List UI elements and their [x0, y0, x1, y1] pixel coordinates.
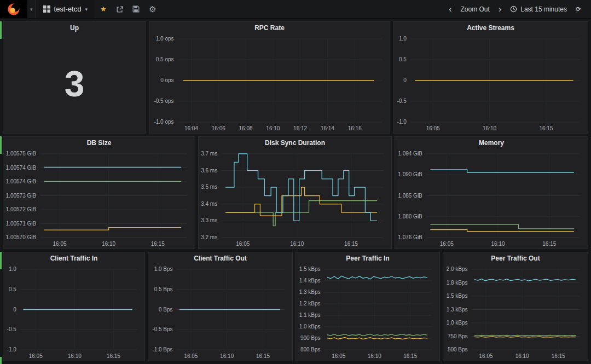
time-controls: ‹ Zoom Out › Last 15 minutes ⟳ [444, 0, 591, 18]
svg-text:3.7 ms: 3.7 ms [201, 151, 217, 157]
panel-title[interactable]: Disk Sync Duration [199, 137, 391, 149]
svg-text:2.0 kBps: 2.0 kBps [447, 266, 468, 272]
panel-title[interactable]: DB Size [3, 137, 195, 149]
svg-text:0: 0 [13, 307, 16, 313]
svg-text:16:10: 16:10 [220, 353, 234, 359]
svg-text:16:15: 16:15 [256, 353, 270, 359]
time-forward-button[interactable]: › [494, 0, 506, 18]
db-size-graph[interactable]: 1.00575 GiB1.00574 GiB1.00574 GiB1.00573… [3, 149, 195, 249]
svg-text:3.4 ms: 3.4 ms [201, 201, 217, 207]
svg-text:16:15: 16:15 [344, 241, 358, 247]
svg-text:1.0: 1.0 [9, 266, 16, 272]
row-handle[interactable] [0, 21, 2, 39]
svg-text:1.080 GiB: 1.080 GiB [398, 213, 422, 219]
panel-title[interactable]: Up [3, 22, 146, 34]
svg-text:0.5: 0.5 [9, 286, 16, 292]
svg-text:16:12: 16:12 [293, 125, 307, 131]
panel-title[interactable]: Memory [395, 137, 588, 149]
zoom-out-label: Zoom Out [461, 5, 490, 13]
svg-text:1.00570 GiB: 1.00570 GiB [6, 234, 37, 240]
svg-text:1.085 GiB: 1.085 GiB [398, 193, 422, 199]
svg-text:16:10: 16:10 [266, 125, 280, 131]
panel-title[interactable]: Client Traffic In [3, 252, 144, 265]
dashboard-row-1: Up 3 RPC Rate 1.0 ops0.5 ops0 ops-0.5 op… [3, 21, 588, 134]
zoom-out-button[interactable]: Zoom Out [456, 0, 494, 18]
svg-text:500 Bps: 500 Bps [448, 346, 468, 353]
svg-text:16:15: 16:15 [151, 241, 165, 247]
row-handle[interactable] [0, 136, 2, 154]
svg-text:3.3 ms: 3.3 ms [201, 217, 217, 223]
svg-text:1.3 kBps: 1.3 kBps [299, 289, 321, 295]
grafana-logo[interactable] [0, 0, 27, 18]
svg-text:1.076 GiB: 1.076 GiB [398, 234, 422, 240]
time-back-button[interactable]: ‹ [444, 0, 456, 18]
share-button[interactable] [112, 0, 128, 18]
peer-traffic-out-graph[interactable]: 2.0 kBps1.8 kBps1.5 kBps1.3 kBps1.0 kBps… [443, 265, 588, 361]
svg-text:1.5 kBps: 1.5 kBps [299, 266, 321, 272]
panel-rpc-rate: RPC Rate 1.0 ops0.5 ops0 ops-0.5 ops-1.0… [149, 21, 390, 134]
dashboard-row-2: DB Size 1.00575 GiB1.00574 GiB1.00574 Gi… [3, 136, 588, 249]
svg-text:1.2 kBps: 1.2 kBps [299, 301, 321, 307]
svg-text:750 Bps: 750 Bps [448, 333, 468, 339]
svg-text:1.0 kBps: 1.0 kBps [299, 323, 321, 330]
svg-text:16:05: 16:05 [29, 353, 43, 359]
client-traffic-in-graph[interactable]: 1.00.50-0.5-1.016:0516:1016:15 [3, 265, 144, 361]
panel-title[interactable]: RPC Rate [149, 22, 390, 34]
svg-text:1.0 ops: 1.0 ops [156, 36, 174, 42]
settings-button[interactable]: ⚙ [144, 0, 161, 18]
panel-disk-sync-duration: Disk Sync Duration 3.7 ms3.6 ms3.5 ms3.4… [198, 136, 392, 249]
active-streams-graph[interactable]: 1.00.50-0.5-1.016:0516:1016:15 [393, 34, 588, 133]
svg-text:16:15: 16:15 [403, 353, 417, 359]
save-button[interactable] [128, 0, 144, 18]
main-menu-caret-icon[interactable]: ▾ [27, 0, 36, 18]
grafana-flame-icon [7, 2, 21, 16]
memory-graph[interactable]: 1.094 GiB1.090 GiB1.085 GiB1.080 GiB1.07… [395, 149, 588, 249]
svg-text:3.2 ms: 3.2 ms [201, 234, 217, 240]
svg-text:1.00571 GiB: 1.00571 GiB [6, 221, 37, 227]
star-icon: ★ [100, 5, 107, 13]
panel-memory: Memory 1.094 GiB1.090 GiB1.085 GiB1.080 … [395, 136, 588, 249]
svg-text:16:10: 16:10 [483, 125, 496, 131]
client-traffic-out-graph[interactable]: 1.0 Bps0.5 Bps0 Bps-0.5 Bps-1.0 Bps16:05… [148, 265, 292, 361]
svg-text:16:10: 16:10 [290, 241, 304, 247]
disk-sync-duration-graph[interactable]: 3.7 ms3.6 ms3.5 ms3.4 ms3.3 ms3.2 ms16:0… [199, 149, 391, 249]
peer-traffic-in-graph[interactable]: 1.5 kBps1.4 kBps1.3 kBps1.2 kBps1.1 kBps… [296, 265, 439, 361]
add-row-handle[interactable] [0, 357, 2, 364]
star-button[interactable]: ★ [95, 0, 112, 18]
panel-active-streams: Active Streams 1.00.50-0.5-1.016:0516:10… [393, 21, 588, 134]
svg-text:1.0 Bps: 1.0 Bps [154, 266, 173, 272]
refresh-button[interactable]: ⟳ [571, 0, 586, 18]
svg-text:16:16: 16:16 [348, 125, 362, 131]
panel-title[interactable]: Active Streams [393, 22, 588, 34]
svg-text:-0.5 ops: -0.5 ops [154, 98, 173, 104]
panel-title[interactable]: Client Traffic Out [148, 252, 292, 265]
svg-text:0 ops: 0 ops [160, 77, 173, 83]
panel-title[interactable]: Peer Traffic In [296, 252, 439, 265]
svg-text:1.8 kBps: 1.8 kBps [447, 280, 468, 286]
panel-peer-traffic-in: Peer Traffic In 1.5 kBps1.4 kBps1.3 kBps… [296, 252, 440, 361]
rpc-rate-graph[interactable]: 1.0 ops0.5 ops0 ops-0.5 ops-1.0 ops16:04… [149, 34, 390, 133]
svg-text:16:06: 16:06 [212, 125, 225, 131]
svg-text:1.0: 1.0 [399, 36, 407, 42]
svg-text:-0.5: -0.5 [7, 326, 17, 332]
svg-text:16:10: 16:10 [368, 353, 381, 359]
svg-text:16:05: 16:05 [184, 353, 198, 359]
svg-text:16:05: 16:05 [53, 241, 67, 247]
row-handle[interactable] [0, 252, 2, 269]
panel-title[interactable]: Peer Traffic Out [443, 252, 588, 265]
svg-text:1.00574 GiB: 1.00574 GiB [6, 178, 37, 184]
panel-client-traffic-in: Client Traffic In 1.00.50-0.5-1.016:0516… [3, 252, 145, 361]
svg-text:1.1 kBps: 1.1 kBps [299, 312, 321, 318]
svg-text:16:15: 16:15 [552, 353, 565, 359]
svg-text:3.6 ms: 3.6 ms [201, 167, 217, 174]
dashboard-picker[interactable]: test-etcd ▾ [36, 0, 95, 18]
time-range-button[interactable]: Last 15 minutes [506, 0, 571, 18]
dashboard-grid-icon [43, 5, 50, 13]
svg-text:1.090 GiB: 1.090 GiB [398, 171, 422, 177]
dashboard-row-3: Client Traffic In 1.00.50-0.5-1.016:0516… [3, 252, 588, 361]
svg-text:-1.0 Bps: -1.0 Bps [152, 346, 172, 353]
svg-text:-0.5: -0.5 [397, 98, 407, 104]
navbar: ▾ test-etcd ▾ ★ ⚙ ‹ Zoom Out [0, 0, 591, 19]
svg-text:16:10: 16:10 [102, 241, 115, 247]
svg-text:16:10: 16:10 [68, 353, 82, 359]
